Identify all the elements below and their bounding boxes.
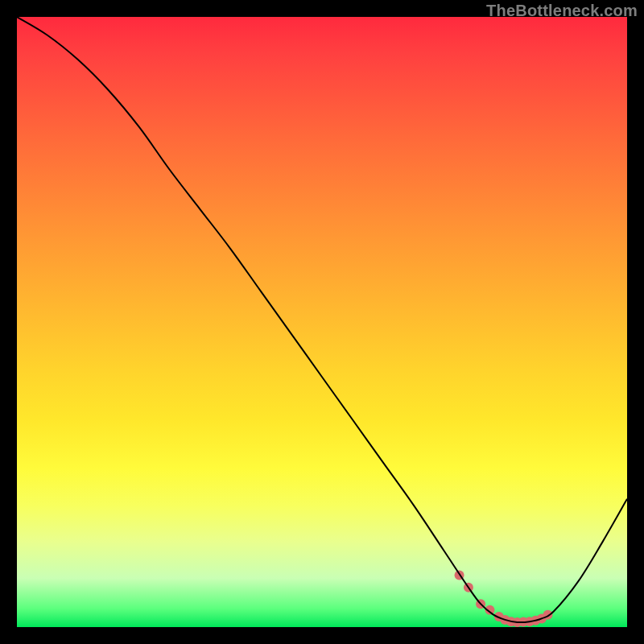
chart-plot-area	[17, 17, 627, 627]
watermark-text: TheBottleneck.com	[486, 2, 638, 20]
chart-frame: TheBottleneck.com	[0, 0, 644, 644]
bottleneck-curve	[17, 17, 627, 622]
chart-svg	[17, 17, 627, 627]
